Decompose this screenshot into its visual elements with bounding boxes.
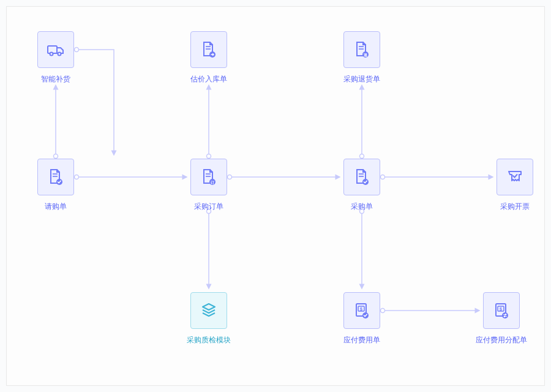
node-box: 订 <box>190 159 227 195</box>
flowchart-canvas: 智能补货估价入库单退采购退货单请购单订采购订单采购单采购开票采购质检模块$应付费… <box>6 6 545 386</box>
doc-money-icon: $ <box>352 301 372 320</box>
doc-swap-icon: $ <box>492 301 511 320</box>
node-n2[interactable]: 估价入库单 <box>184 31 233 85</box>
svg-text:$: $ <box>360 307 362 312</box>
node-label: 估价入库单 <box>190 74 227 85</box>
node-box: $ <box>343 292 380 329</box>
node-label: 应付费用分配单 <box>476 335 527 345</box>
node-box <box>497 159 533 195</box>
node-n1[interactable]: 智能补货 <box>31 31 80 85</box>
node-box <box>37 159 74 195</box>
node-label: 采购质检模块 <box>187 335 231 345</box>
svg-point-20 <box>50 53 53 56</box>
edge-layer <box>7 7 544 385</box>
node-box: $ <box>483 292 520 329</box>
svg-text:退: 退 <box>363 53 368 57</box>
node-label: 应付费用单 <box>343 335 380 345</box>
svg-point-0 <box>54 154 58 159</box>
node-label: 采购开票 <box>500 202 530 212</box>
svg-text:$: $ <box>500 307 502 312</box>
svg-text:订: 订 <box>210 180 214 184</box>
truck-icon <box>46 40 66 59</box>
svg-point-21 <box>58 53 61 56</box>
node-label: 采购订单 <box>194 202 223 212</box>
node-label: 采购单 <box>351 202 373 212</box>
doc-order-icon: 订 <box>199 167 219 187</box>
node-n5[interactable]: 订采购订单 <box>184 159 233 212</box>
svg-point-46 <box>502 312 508 318</box>
node-box: 退 <box>343 31 380 68</box>
node-box <box>37 31 74 68</box>
node-n4[interactable]: 请购单 <box>31 159 80 212</box>
node-n3[interactable]: 退采购退货单 <box>337 31 386 85</box>
node-n9[interactable]: $应付费用单 <box>337 292 386 345</box>
node-label: 采购退货单 <box>343 74 380 85</box>
doc-return-icon: 退 <box>352 40 372 59</box>
node-label: 请购单 <box>45 202 67 212</box>
doc-check-icon <box>352 167 372 187</box>
node-n10[interactable]: $应付费用分配单 <box>477 292 526 345</box>
node-box <box>190 292 227 329</box>
node-box <box>190 31 227 68</box>
svg-point-5 <box>207 154 211 159</box>
receipt-icon <box>505 167 525 187</box>
svg-point-11 <box>360 154 364 159</box>
node-n7[interactable]: 采购开票 <box>490 159 539 212</box>
layers-icon <box>199 301 219 320</box>
node-box <box>343 159 380 195</box>
doc-check-icon <box>46 167 66 187</box>
node-n6[interactable]: 采购单 <box>337 159 386 212</box>
node-label: 智能补货 <box>41 74 70 85</box>
doc-arrow-icon <box>199 40 219 59</box>
node-n8[interactable]: 采购质检模块 <box>184 292 233 345</box>
